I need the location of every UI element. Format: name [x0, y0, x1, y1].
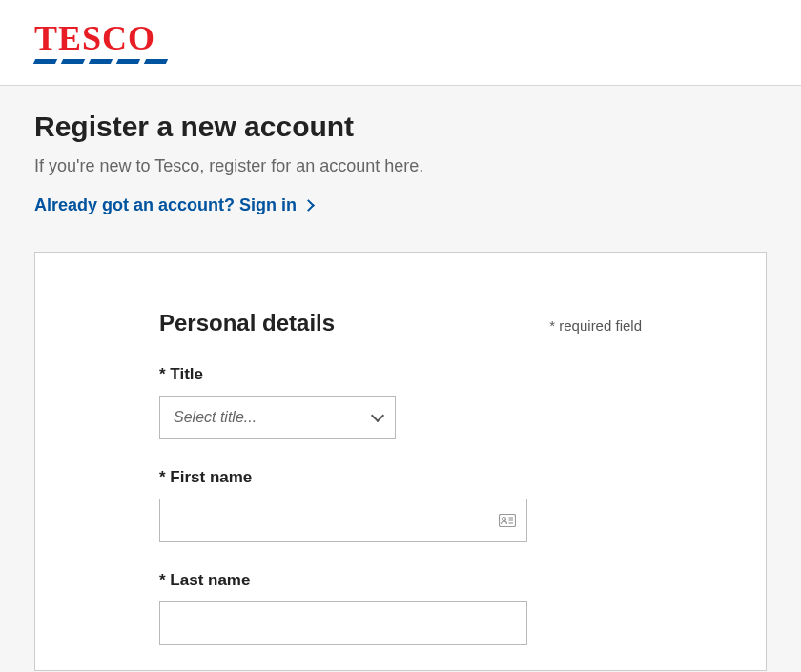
tesco-logo[interactable]: TESCO: [34, 21, 167, 64]
last-name-label: * Last name: [159, 571, 642, 590]
required-note: * required field: [549, 317, 642, 334]
title-select-placeholder: Select title...: [159, 396, 396, 439]
section-title: Personal details: [159, 310, 335, 336]
chevron-right-icon: [302, 199, 315, 212]
section-header: Personal details * required field: [159, 310, 642, 336]
logo-text: TESCO: [34, 21, 167, 55]
title-select[interactable]: Select title...: [159, 396, 396, 439]
site-header: TESCO: [0, 0, 801, 86]
last-name-field-group: * Last name: [159, 571, 642, 645]
signin-link[interactable]: Already got an account? Sign in: [34, 195, 313, 215]
first-name-field-group: * First name: [159, 468, 642, 542]
page-title: Register a new account: [34, 111, 767, 143]
logo-dashes: [34, 59, 167, 64]
title-field-group: * Title Select title...: [159, 365, 642, 439]
first-name-label: * First name: [159, 468, 642, 487]
form-card: Personal details * required field * Titl…: [34, 252, 767, 671]
page-subtitle: If you're new to Tesco, register for an …: [34, 156, 767, 176]
first-name-input[interactable]: [159, 499, 527, 542]
title-label: * Title: [159, 365, 642, 384]
last-name-input[interactable]: [159, 601, 527, 645]
page-content: Register a new account If you're new to …: [0, 86, 801, 671]
signin-link-text: Already got an account? Sign in: [34, 195, 297, 215]
